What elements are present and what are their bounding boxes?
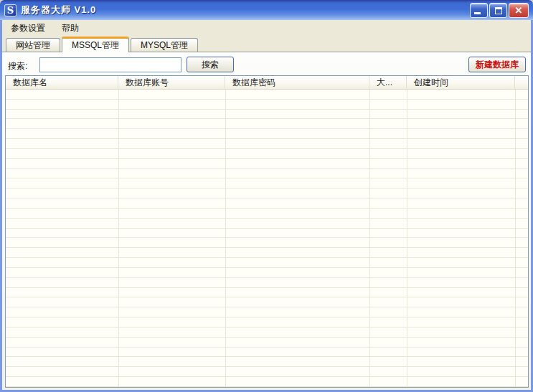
window-title: 服务器大师 V1.0 (21, 4, 96, 16)
table-row (6, 119, 528, 129)
column-header[interactable] (515, 76, 528, 89)
table-row (6, 268, 528, 278)
database-table: 数据库名数据库账号数据库密码大...创建时间 (5, 75, 529, 388)
column-separator (515, 90, 516, 387)
table-row (6, 169, 528, 179)
table-row (6, 199, 528, 209)
tab-mysql-management[interactable]: MYSQL管理 (131, 38, 198, 52)
menu-help[interactable]: 帮助 (60, 21, 81, 36)
table-row (6, 129, 528, 139)
table-row (6, 139, 528, 149)
table-row (6, 307, 528, 317)
column-header[interactable]: 创建时间 (407, 76, 515, 89)
table-row (6, 357, 528, 367)
table-body (6, 90, 528, 387)
search-input[interactable] (39, 57, 181, 72)
table-row (6, 377, 528, 387)
table-row (6, 328, 528, 338)
table-row (6, 258, 528, 268)
table-row (6, 367, 528, 377)
close-icon: ✕ (509, 4, 528, 17)
table-row (6, 159, 528, 169)
column-separator (407, 90, 407, 387)
menu-bar: 参数设置帮助 (2, 20, 531, 36)
column-separator (225, 90, 226, 387)
search-button[interactable]: 搜索 (187, 57, 234, 72)
close-button[interactable]: ✕ (509, 3, 529, 18)
table-row (6, 178, 528, 188)
tab-website-management[interactable]: 网站管理 (6, 38, 60, 52)
table-row (6, 100, 528, 110)
title-bar: S 服务器大师 V1.0 ✕ (0, 0, 533, 20)
app-icon: S (4, 4, 16, 16)
maximize-icon (495, 7, 502, 14)
table-row (6, 297, 528, 307)
mssql-tab-panel: 搜索: 搜索 新建数据库 数据库名数据库账号数据库密码大...创建时间 (2, 52, 531, 390)
client-area: 参数设置帮助 网站管理MSSQL管理MYSQL管理 搜索: 搜索 新建数据库 数… (2, 20, 531, 390)
menu-parameter-settings[interactable]: 参数设置 (9, 21, 47, 36)
tab-strip: 网站管理MSSQL管理MYSQL管理 (2, 36, 531, 52)
column-header[interactable]: 数据库密码 (225, 76, 369, 89)
column-separator (118, 90, 119, 387)
table-row (6, 338, 528, 348)
new-database-button[interactable]: 新建数据库 (468, 57, 526, 72)
table-header: 数据库名数据库账号数据库密码大...创建时间 (6, 76, 528, 90)
table-row (6, 110, 528, 120)
column-header[interactable]: 数据库名 (6, 76, 118, 89)
table-row (6, 348, 528, 358)
table-row (6, 248, 528, 258)
column-header[interactable]: 数据库账号 (118, 76, 225, 89)
table-row (6, 238, 528, 248)
table-row (6, 288, 528, 298)
minimize-icon (474, 12, 481, 14)
table-row (6, 209, 528, 219)
column-header[interactable]: 大... (369, 76, 407, 89)
table-row (6, 229, 528, 239)
tab-mssql-management[interactable]: MSSQL管理 (62, 37, 129, 52)
table-row (6, 149, 528, 159)
app-window: S 服务器大师 V1.0 ✕ 参数设置帮助 网站管理MSSQL管理MYSQL管理… (0, 0, 533, 392)
table-row (6, 219, 528, 229)
column-separator (369, 90, 370, 387)
table-row (6, 188, 528, 199)
search-label: 搜索: (8, 60, 27, 72)
minimize-button[interactable] (470, 3, 488, 18)
maximize-button[interactable] (489, 3, 507, 18)
table-row (6, 90, 528, 100)
table-row (6, 317, 528, 328)
table-row (6, 278, 528, 288)
window-controls: ✕ (470, 3, 529, 18)
